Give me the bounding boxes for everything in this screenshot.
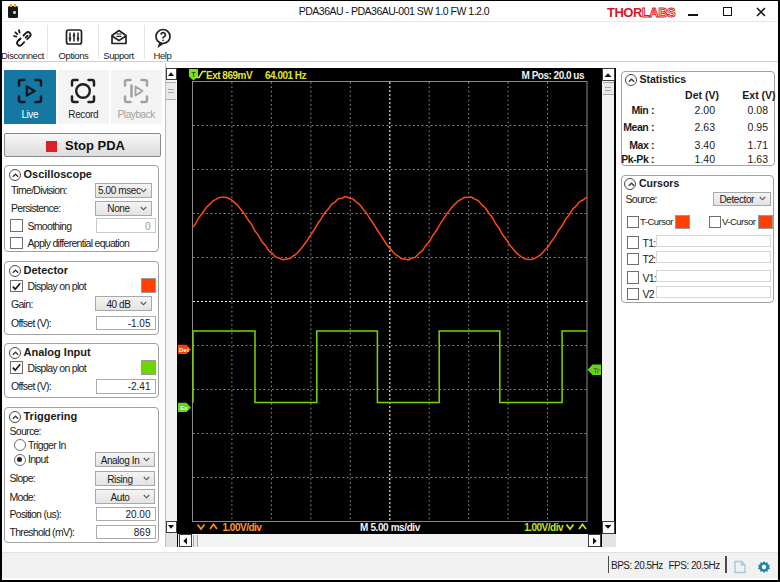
svg-text:Tr: Tr (593, 367, 600, 374)
svg-text:Det: Det (179, 346, 189, 353)
svg-text:Ex: Ex (180, 404, 188, 411)
svg-text:T: T (192, 71, 196, 78)
